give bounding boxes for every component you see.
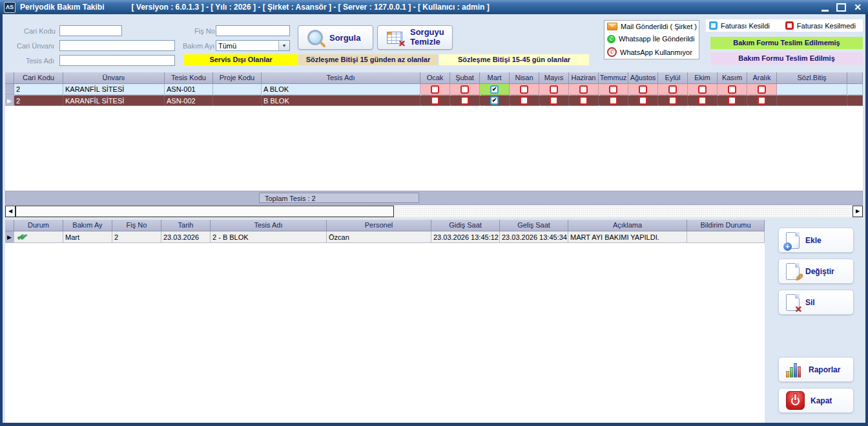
month-cell xyxy=(450,95,480,106)
raporlar-button-label: Raporlar xyxy=(809,365,840,374)
month-cell: ✔ xyxy=(480,95,510,106)
column-header-proje-kodu[interactable]: Proje Kodu xyxy=(213,72,262,84)
ekle-button-label: Ekle xyxy=(805,236,822,245)
row-selector-cell[interactable] xyxy=(5,84,14,95)
invoice-checkbox[interactable] xyxy=(579,85,588,94)
cell-tarih: 23.03.2026 xyxy=(161,231,211,243)
month-column-header[interactable]: Aralık xyxy=(747,72,777,84)
scroll-right-button[interactable]: ▶ xyxy=(852,206,863,217)
invoice-checkbox[interactable] xyxy=(550,85,558,94)
cell-fis-no: 2 xyxy=(112,231,161,243)
month-column-header[interactable]: Nisan xyxy=(510,72,539,84)
tesis-adi-input[interactable] xyxy=(59,55,175,66)
sorgula-button-label: Sorgula xyxy=(329,33,360,43)
facility-row-selected[interactable]: ▶ 2 KARANFİL SİTESİ ASN-002 B BLOK ✔ xyxy=(5,95,863,106)
invoice-checkbox[interactable] xyxy=(639,96,647,105)
invoice-checkbox[interactable] xyxy=(698,85,707,94)
bakim-ayi-label: Bakım Ayı xyxy=(183,42,214,50)
invoice-checkbox[interactable] xyxy=(758,96,766,105)
invoice-checkbox[interactable] xyxy=(609,96,617,105)
invoice-checkbox[interactable] xyxy=(609,85,617,94)
invoice-checkbox[interactable] xyxy=(550,96,558,105)
scrollbar-thumb[interactable] xyxy=(16,206,394,217)
sorgula-button[interactable]: Sorgula xyxy=(298,25,373,50)
row-selector-cell[interactable]: ▶ xyxy=(5,95,14,106)
invoice-checkbox[interactable] xyxy=(728,85,736,94)
facilities-grid: Cari Kodu Ünvanı Tesis Kodu Proje Kodu T… xyxy=(5,72,863,191)
cari-unvani-input[interactable] xyxy=(59,40,175,51)
column-header-gidis-saat[interactable]: Gidiş Saat xyxy=(431,220,500,231)
invoice-checkbox[interactable] xyxy=(460,96,469,105)
minimize-button[interactable] xyxy=(822,2,829,12)
chevron-down-icon[interactable]: ▼ xyxy=(278,41,289,50)
column-header-bakim-ay[interactable]: Bakım Ay xyxy=(63,220,112,231)
month-column-header[interactable]: Ekim xyxy=(688,72,718,84)
invoice-checkbox[interactable] xyxy=(668,85,677,94)
column-header-personel[interactable]: Personel xyxy=(327,220,431,231)
column-header-cari-kodu[interactable]: Cari Kodu xyxy=(14,72,63,84)
sorguyu-temizle-button[interactable]: Sorguyu Temizle xyxy=(377,25,453,50)
bakim-ayi-select[interactable]: Tümü ▼ xyxy=(216,40,290,51)
column-header-bildirim-durumu[interactable]: Bildirim Durumu xyxy=(687,220,765,231)
clear-grid-icon xyxy=(387,32,402,44)
invoice-checkbox[interactable] xyxy=(728,96,736,105)
column-header-sozl-bitis[interactable]: Sözl.Bitiş xyxy=(777,72,847,84)
column-header-tesis-adi[interactable]: Tesis Adı xyxy=(262,72,420,84)
sil-button[interactable]: ✕ Sil xyxy=(778,290,854,315)
cell-cari-kodu: 2 xyxy=(14,84,63,95)
invoice-checkbox[interactable] xyxy=(431,96,439,105)
column-header-aciklama[interactable]: Açıklama xyxy=(568,220,687,231)
column-header-tesis-adi[interactable]: Tesis Adı xyxy=(211,220,327,231)
ekle-button[interactable]: + Ekle xyxy=(778,228,854,253)
column-header-unvani[interactable]: Ünvanı xyxy=(63,72,165,84)
month-column-header[interactable]: Şubat xyxy=(450,72,480,84)
column-header-durum[interactable]: Durum xyxy=(14,220,63,231)
month-column-header[interactable]: Eylül xyxy=(658,72,688,84)
invoice-checkbox[interactable]: ✔ xyxy=(490,85,499,94)
invoice-checkbox[interactable] xyxy=(639,85,647,94)
cari-kodu-input[interactable] xyxy=(59,25,122,36)
column-header-gelis-saat[interactable]: Geliş Saat xyxy=(500,220,568,231)
selector-column-header xyxy=(5,72,14,84)
invoice-checkbox[interactable]: ✔ xyxy=(490,96,499,105)
month-column-header[interactable]: Ağustos xyxy=(628,72,658,84)
row-selector-cell[interactable]: ▶ xyxy=(5,231,14,243)
degistir-button[interactable]: ✎ Değiştir xyxy=(778,259,854,284)
maximize-button[interactable] xyxy=(836,3,846,12)
invoice-checkbox[interactable] xyxy=(579,96,588,105)
invoice-checkbox[interactable] xyxy=(520,85,528,94)
column-header-fis-no[interactable]: Fiş No xyxy=(112,220,161,231)
edit-document-icon: ✎ xyxy=(786,263,800,280)
month-cell xyxy=(510,95,539,106)
month-column-header[interactable]: Mart xyxy=(480,72,510,84)
close-window-button[interactable]: ✕ xyxy=(854,3,862,12)
month-column-header[interactable]: Kasım xyxy=(718,72,747,84)
action-panel: + Ekle ✎ Değiştir ✕ Sil Raporlar Kapat xyxy=(765,218,865,423)
cell-proje-kodu xyxy=(213,84,262,95)
scroll-left-button[interactable]: ◀ xyxy=(5,206,16,217)
invoice-checkbox[interactable] xyxy=(520,96,528,105)
kapat-button[interactable]: Kapat xyxy=(778,388,854,413)
column-header-tesis-kodu[interactable]: Tesis Kodu xyxy=(165,72,213,84)
cell-tesis-kodu: ASN-001 xyxy=(165,84,213,95)
invoice-checkbox[interactable] xyxy=(460,85,469,94)
horizontal-scrollbar[interactable]: ◀ ▶ xyxy=(5,206,863,217)
month-column-header[interactable]: Haziran xyxy=(569,72,599,84)
invoice-checkbox[interactable] xyxy=(431,85,439,94)
month-column-header[interactable]: Mayıs xyxy=(539,72,569,84)
cell-unvani: KARANFİL SİTESİ xyxy=(63,84,165,95)
invoice-checkbox[interactable] xyxy=(698,96,707,105)
maintenance-row[interactable]: ▶ ✔✔ Mart 2 23.03.2026 2 - B BLOK Özcan … xyxy=(5,231,765,243)
invoice-checkbox[interactable] xyxy=(758,85,766,94)
raporlar-button[interactable]: Raporlar xyxy=(778,357,854,382)
fis-no-input[interactable] xyxy=(216,25,290,36)
month-column-header[interactable]: Temmuz xyxy=(599,72,628,84)
invoice-checkbox[interactable] xyxy=(668,96,677,105)
month-cell xyxy=(658,95,688,106)
month-column-header[interactable]: Ocak xyxy=(420,72,450,84)
month-cell xyxy=(510,84,539,95)
month-cell xyxy=(688,84,718,95)
column-header-tarih[interactable]: Tarih xyxy=(161,220,211,231)
bar-chart-icon xyxy=(786,362,803,378)
facility-row[interactable]: 2 KARANFİL SİTESİ ASN-001 A BLOK ✔ xyxy=(5,84,863,95)
